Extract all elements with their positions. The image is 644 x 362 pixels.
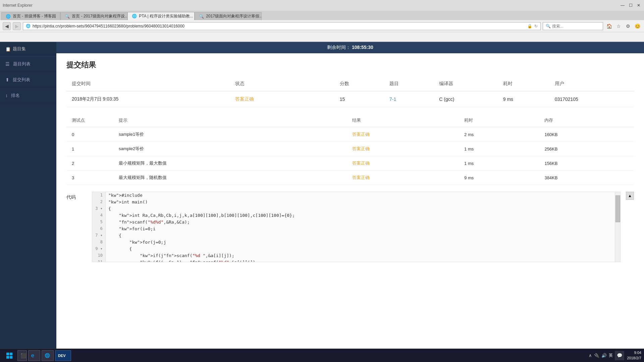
scroll-track[interactable] bbox=[615, 192, 620, 262]
line-number-3[interactable]: 3 bbox=[92, 205, 106, 212]
line-number-7[interactable]: 7 bbox=[92, 232, 106, 239]
sidebar-label-1: 提交列表 bbox=[13, 77, 30, 83]
home-icon[interactable]: 🏠 bbox=[605, 22, 613, 30]
close-button[interactable]: ✕ bbox=[636, 3, 641, 8]
start-button[interactable] bbox=[3, 350, 16, 361]
address-bar: ◀ ▶ 🌐 https://pintia.cn/problem-sets/960… bbox=[0, 20, 644, 32]
test-points-table: 测试点 提示 结果 耗时 内存 0 sample1等价 答案正确 2 ms 16… bbox=[66, 114, 634, 185]
test-col-point: 测试点 bbox=[66, 114, 113, 127]
taskbar-browser-icon: 🌐 bbox=[45, 353, 50, 358]
code-line-7: 7 { bbox=[92, 232, 620, 239]
sidebar-item-ranking[interactable]: ↕ 排名 bbox=[0, 88, 56, 104]
tab-1[interactable]: 🔍 首页 - 2017级面向对象程序设... bbox=[60, 12, 127, 20]
code-label: 代码 bbox=[66, 192, 87, 200]
code-line-10: 10 "kw">if(j"fn">scanf("%d ",&a[i][j]); bbox=[92, 252, 620, 259]
submission-score: 15 bbox=[334, 91, 384, 107]
gear-icon[interactable]: ⚙ bbox=[624, 22, 632, 30]
test-memory-3: 384KB bbox=[539, 171, 634, 185]
taskbar-app-dev[interactable]: DEV bbox=[55, 350, 71, 361]
result-panel: 提交结果 提交时间 状态 分数 题目 编译器 耗时 用户 bbox=[56, 53, 644, 269]
tab-icon-3: 🔍 bbox=[199, 14, 204, 19]
code-line-1: 1"kw">#include bbox=[92, 192, 620, 199]
submission-status: 答案正确 bbox=[208, 91, 334, 107]
rank-icon: ↕ bbox=[5, 93, 8, 98]
test-row-1: 1 sample2等价 答案正确 1 ms 256KB bbox=[66, 142, 634, 156]
taskbar-app-search[interactable]: ⬛ bbox=[17, 350, 27, 361]
line-number-10: 10 bbox=[92, 252, 106, 259]
line-number-8: 8 bbox=[92, 239, 106, 246]
taskbar-clock[interactable]: 9:04 2018/2/7 bbox=[627, 350, 641, 361]
sidebar-item-problemlist[interactable]: ☰ 题目列表 bbox=[0, 56, 56, 72]
tab-0[interactable]: 🌐 首页 - 班级博客 - 博客园 bbox=[1, 12, 60, 20]
forward-button[interactable]: ▶ bbox=[13, 22, 21, 30]
clock-date: 2018/2/7 bbox=[627, 356, 641, 361]
smiley-icon: 😊 bbox=[633, 22, 641, 30]
tab-icon-1: 🔍 bbox=[65, 14, 70, 19]
star-icon[interactable]: ☆ bbox=[614, 22, 623, 30]
line-number-4: 4 bbox=[92, 212, 106, 219]
chevron-up-icon[interactable]: ∧ bbox=[589, 353, 592, 358]
test-time-2: 1 ms bbox=[459, 156, 539, 171]
col-submit-time: 提交时间 bbox=[66, 77, 208, 91]
submission-time: 2018年2月7日 9:03:35 bbox=[66, 91, 208, 107]
line-number-5: 5 bbox=[92, 219, 106, 226]
test-hint-1: sample2等价 bbox=[113, 142, 347, 156]
submission-problem: 7-1 bbox=[384, 91, 434, 107]
timer-value: 108:55:30 bbox=[352, 45, 373, 50]
back-button[interactable]: ◀ bbox=[3, 22, 11, 30]
code-container[interactable]: 1"kw">#include2"kw">int main()3{4 "kw">i… bbox=[92, 192, 621, 262]
scroll-thumb[interactable] bbox=[615, 195, 620, 222]
submission-row: 2018年2月7日 9:03:35 答案正确 15 7-1 C (gcc) 9 … bbox=[66, 91, 634, 107]
code-line-2: 2"kw">int main() bbox=[92, 199, 620, 205]
line-content-3: { bbox=[106, 205, 620, 212]
svg-rect-2 bbox=[6, 356, 9, 359]
tab-3[interactable]: 🔍 2017级面向对象程序设计寒假... bbox=[195, 12, 262, 20]
test-id-2: 2 bbox=[66, 156, 113, 171]
test-result-0: 答案正确 bbox=[347, 127, 459, 142]
url-icon: 🌐 bbox=[26, 24, 31, 28]
line-content-9: { bbox=[106, 246, 620, 252]
code-line-3: 3{ bbox=[92, 205, 620, 212]
code-scroll-up[interactable]: ▲ bbox=[626, 192, 634, 200]
code-line-9: 9 { bbox=[92, 246, 620, 252]
title-bar: Internet Explorer — ☐ ✕ bbox=[0, 0, 644, 11]
submission-user: 031702105 bbox=[549, 91, 634, 107]
network-icon: 🔌 bbox=[594, 353, 599, 358]
svg-rect-1 bbox=[10, 353, 12, 355]
test-id-1: 1 bbox=[66, 142, 113, 156]
refresh-icon[interactable]: ↻ bbox=[534, 24, 538, 28]
taskbar-app-ie[interactable]: e bbox=[28, 350, 40, 361]
line-number-11: 11 bbox=[92, 259, 106, 262]
search-box[interactable]: 🔍 bbox=[543, 22, 603, 30]
sidebar-item-submitlist[interactable]: ⬆ 提交列表 bbox=[0, 72, 56, 88]
test-col-result: 结果 bbox=[347, 114, 459, 127]
notification-button[interactable]: 💬 bbox=[615, 351, 624, 360]
test-col-time: 耗时 bbox=[459, 114, 539, 127]
url-text: https://pintia.cn/problem-sets/960479451… bbox=[33, 24, 525, 28]
test-result-2: 答案正确 bbox=[347, 156, 459, 171]
volume-icon[interactable]: 🔊 bbox=[601, 353, 607, 358]
problem-link[interactable]: 7-1 bbox=[389, 97, 396, 102]
submission-table: 提交时间 状态 分数 题目 编译器 耗时 用户 2018年2月7日 9:03:3… bbox=[66, 77, 634, 107]
clock-time: 9:04 bbox=[627, 350, 641, 355]
col-score: 分数 bbox=[334, 77, 384, 91]
sidebar: 📋 题目集 ☰ 题目列表 ⬆ 提交列表 ↕ 排名 bbox=[0, 42, 56, 362]
submission-elapsed: 9 ms bbox=[498, 91, 549, 107]
taskbar-right: ∧ 🔌 🔊 英 💬 9:04 2018/2/7 bbox=[589, 350, 641, 361]
line-number-9[interactable]: 9 bbox=[92, 246, 106, 252]
code-line-11: 11 "kw">if(j==Ca-1) "fn">scanf("%d",&a[i… bbox=[92, 259, 620, 262]
sidebar-header: 📋 题目集 bbox=[0, 42, 56, 56]
minimize-button[interactable]: — bbox=[620, 3, 625, 8]
tab-bar: 🌐 首页 - 班级博客 - 博客园 🔍 首页 - 2017级面向对象程序设...… bbox=[0, 11, 644, 20]
logo-icon: 📋 bbox=[5, 47, 11, 52]
col-time: 耗时 bbox=[498, 77, 549, 91]
taskbar-app-browser[interactable]: 🌐 bbox=[42, 350, 54, 361]
maximize-button[interactable]: ☐ bbox=[628, 3, 633, 8]
system-tray: ∧ 🔌 🔊 英 💬 bbox=[589, 351, 624, 360]
url-box[interactable]: 🌐 https://pintia.cn/problem-sets/9604794… bbox=[23, 22, 541, 30]
language-button[interactable]: 英 bbox=[609, 353, 613, 358]
line-content-1: "kw">#include bbox=[106, 192, 620, 199]
tab-label-3: 2017级面向对象程序设计寒假... bbox=[206, 13, 262, 19]
tab-2[interactable]: 🌐 PTA | 程序设计类实验辅助教... ✕ bbox=[127, 12, 195, 20]
search-input[interactable] bbox=[552, 24, 592, 28]
